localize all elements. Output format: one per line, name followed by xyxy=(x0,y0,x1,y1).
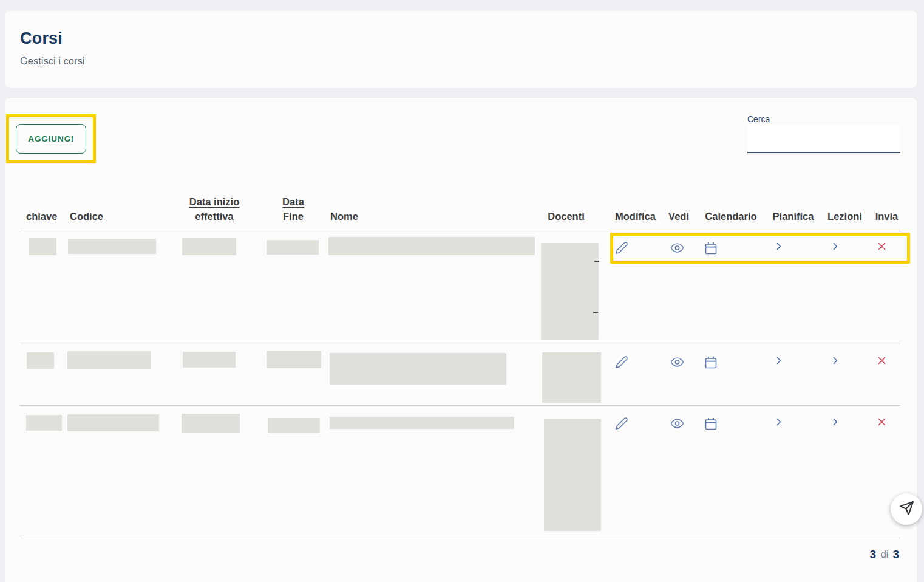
edit-button[interactable] xyxy=(615,355,628,371)
column-header-chiave: chiave xyxy=(20,189,63,230)
search-input[interactable] xyxy=(747,125,900,153)
cell-action-vedi xyxy=(661,230,697,344)
add-button[interactable]: AGGIUNGI xyxy=(16,124,86,154)
view-button[interactable] xyxy=(669,241,685,256)
content-card: AGGIUNGI Cerca chiaveCodiceData inizio e… xyxy=(5,98,917,582)
cell-data_fine xyxy=(260,406,327,538)
lessons-button[interactable] xyxy=(830,355,840,368)
cell-chiave xyxy=(20,344,63,405)
calendar-button[interactable] xyxy=(704,241,718,258)
chevron-right-icon xyxy=(830,355,840,368)
redacted-nome-skeleton xyxy=(330,417,514,429)
eye-icon xyxy=(669,355,685,371)
send-fab-button[interactable] xyxy=(891,493,922,525)
redacted-nome-skeleton xyxy=(330,353,506,385)
cell-data_inizio xyxy=(169,344,260,405)
send-row-button[interactable] xyxy=(877,417,887,429)
page-title: Corsi xyxy=(20,29,917,48)
cell-action-calendario xyxy=(697,344,765,405)
redacted-chiave-skeleton xyxy=(27,352,54,369)
column-header-label-invia: Invia xyxy=(875,209,899,224)
lessons-button[interactable] xyxy=(830,417,840,429)
pencil-icon xyxy=(615,241,628,256)
column-header-label-modifica: Modifica xyxy=(615,209,656,224)
plan-button[interactable] xyxy=(773,417,784,429)
cell-action-lezioni xyxy=(821,406,868,538)
column-header-label-docenti: Docenti xyxy=(548,209,585,224)
column-header-data_inizio: Data inizio effettiva xyxy=(169,189,260,230)
view-button[interactable] xyxy=(669,417,685,432)
send-row-button[interactable] xyxy=(877,241,887,253)
cell-action-modifica xyxy=(610,230,661,344)
pagination: 3 di 3 xyxy=(20,538,900,561)
edit-button[interactable] xyxy=(615,241,628,256)
chevron-right-icon xyxy=(773,241,784,253)
send-icon xyxy=(899,501,914,518)
cell-action-pianifica xyxy=(765,230,821,344)
redaction-mark xyxy=(594,261,599,262)
view-button[interactable] xyxy=(669,355,685,371)
pagination-current: 3 xyxy=(870,548,877,561)
column-header-calendario: Calendario xyxy=(697,189,765,230)
column-header-label-vedi: Vedi xyxy=(668,209,689,224)
send-row-button[interactable] xyxy=(877,355,887,368)
column-header-modifica: Modifica xyxy=(610,189,661,230)
cell-data_inizio xyxy=(169,406,260,538)
highlight-box-add-button: AGGIUNGI xyxy=(6,114,96,163)
column-header-vedi: Vedi xyxy=(661,189,697,230)
redacted-nome-skeleton xyxy=(328,237,535,255)
cell-action-pianifica xyxy=(765,344,821,405)
lessons-button[interactable] xyxy=(830,241,840,253)
cell-chiave xyxy=(20,406,63,538)
redacted-docenti-skeleton xyxy=(544,419,601,531)
cell-docenti xyxy=(539,230,610,344)
cell-nome xyxy=(327,344,539,405)
cell-action-vedi xyxy=(661,344,697,405)
redacted-docenti-skeleton xyxy=(541,243,599,340)
cell-chiave xyxy=(20,230,63,344)
cell-action-calendario xyxy=(697,406,765,538)
redacted-data_fine-skeleton xyxy=(267,351,321,368)
page: Corsi Gestisci i corsi AGGIUNGI Cerca ch… xyxy=(0,0,924,582)
chevron-right-icon xyxy=(773,355,784,368)
x-icon xyxy=(877,241,887,253)
column-header-label-pianifica: Pianifica xyxy=(773,209,814,224)
column-header-codice: Codice xyxy=(63,189,169,230)
plan-button[interactable] xyxy=(773,355,784,368)
table-row xyxy=(20,230,900,344)
column-header-label-data_fine[interactable]: Data Fine xyxy=(276,194,311,225)
cell-action-invia xyxy=(868,344,905,405)
search-group: Cerca xyxy=(747,114,900,153)
calendar-button[interactable] xyxy=(704,417,718,433)
cell-data_fine xyxy=(260,344,327,405)
table-row xyxy=(20,406,900,538)
cell-action-lezioni xyxy=(821,344,868,405)
cell-nome xyxy=(327,406,539,538)
courses-table: chiaveCodiceData inizio effettivaData Fi… xyxy=(20,189,900,561)
column-header-pianifica: Pianifica xyxy=(765,189,821,230)
calendar-icon xyxy=(704,355,718,372)
page-header-card: Corsi Gestisci i corsi xyxy=(5,11,917,88)
chevron-right-icon xyxy=(830,417,840,429)
cell-docenti xyxy=(539,344,610,405)
pencil-icon xyxy=(615,417,628,432)
column-header-label-chiave[interactable]: chiave xyxy=(26,209,57,224)
calendar-icon xyxy=(704,417,718,433)
toolbar: AGGIUNGI Cerca xyxy=(5,98,917,163)
calendar-button[interactable] xyxy=(704,355,718,372)
plan-button[interactable] xyxy=(773,241,784,253)
column-header-label-codice[interactable]: Codice xyxy=(70,209,103,224)
cell-codice xyxy=(63,230,169,344)
cell-action-modifica xyxy=(610,406,661,538)
redacted-codice-skeleton xyxy=(68,239,156,254)
cell-action-invia xyxy=(868,230,905,344)
column-header-label-nome[interactable]: Nome xyxy=(330,209,358,224)
x-icon xyxy=(877,355,887,368)
chevron-right-icon xyxy=(773,417,784,429)
edit-button[interactable] xyxy=(615,417,628,432)
cell-codice xyxy=(63,406,169,538)
column-header-label-data_inizio[interactable]: Data inizio effettiva xyxy=(184,194,245,225)
redacted-data_fine-skeleton xyxy=(267,240,319,255)
cell-action-pianifica xyxy=(765,406,821,538)
cell-codice xyxy=(63,344,169,405)
